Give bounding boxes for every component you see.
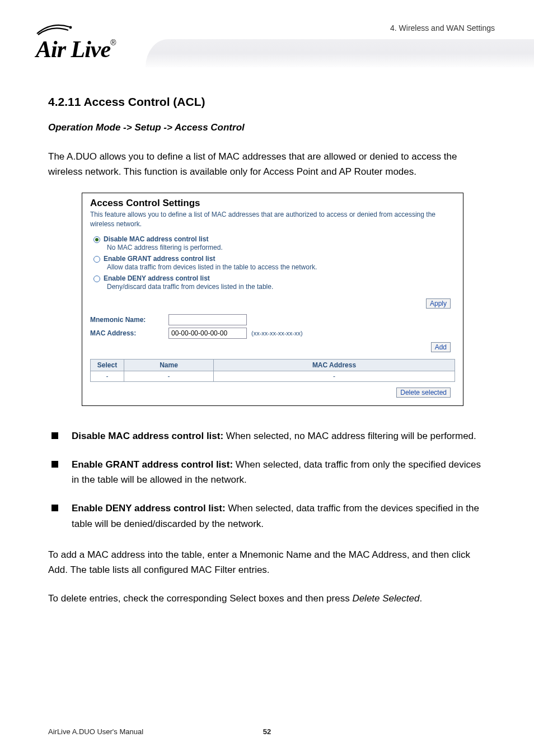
bullet-bold: Disable MAC address control list:	[72, 431, 223, 441]
col-name: Name	[124, 359, 214, 371]
delete-selected-term: Delete Selected	[352, 593, 419, 604]
brand-logo: Air Live®	[36, 20, 116, 63]
radio-enable-grant[interactable]: Enable GRANT address control list	[90, 255, 455, 263]
panel-title: Access Control Settings	[90, 198, 455, 209]
list-item: Disable MAC address control list: When s…	[48, 428, 486, 444]
cell-mac: -	[214, 371, 455, 381]
radio-sublabel: No MAC address filtering is performed.	[107, 244, 455, 251]
square-bullet-icon	[51, 461, 58, 468]
page-header: Air Live® 4. Wireless and WAN Settings	[0, 0, 534, 73]
radio-label: Disable MAC address control list	[104, 235, 208, 243]
delete-selected-button[interactable]: Delete selected	[396, 388, 451, 398]
radio-label: Enable GRANT address control list	[104, 255, 215, 263]
square-bullet-icon	[51, 432, 58, 439]
mnemonic-name-input[interactable]	[168, 314, 247, 325]
mac-table: Select Name MAC Address - - -	[90, 359, 455, 382]
radio-sublabel: Allow data traffic from devices listed i…	[107, 263, 455, 271]
bullet-bold: Enable GRANT address control list:	[72, 459, 233, 470]
radio-sublabel: Deny/discard data traffic from devices l…	[107, 283, 455, 291]
post-paragraph-2: To delete entries, check the correspondi…	[48, 591, 486, 606]
add-button[interactable]: Add	[431, 342, 451, 352]
section-heading: 4.2.11 Access Control (ACL)	[48, 95, 486, 109]
chapter-label: 4. Wireless and WAN Settings	[390, 24, 495, 32]
cell-name: -	[124, 371, 214, 381]
list-item: Enable DENY address control list: When s…	[48, 501, 486, 531]
page-content: 4.2.11 Access Control (ACL) Operation Mo…	[0, 73, 534, 606]
radio-label: Enable DENY address control list	[104, 274, 210, 282]
header-banner	[146, 39, 534, 67]
access-control-panel: Access Control Settings This feature all…	[82, 193, 463, 405]
manual-title: AirLive A.DUO User's Manual	[48, 727, 143, 736]
mac-format-hint: (xx-xx-xx-xx-xx-xx)	[251, 330, 303, 337]
col-mac: MAC Address	[214, 359, 455, 371]
radio-icon	[93, 256, 100, 263]
bullet-bold: Enable DENY address control list:	[72, 503, 226, 514]
radio-disable-mac[interactable]: Disable MAC address control list	[90, 235, 455, 243]
radio-enable-deny[interactable]: Enable DENY address control list	[90, 274, 455, 282]
page-number: 52	[263, 727, 271, 736]
bullet-list: Disable MAC address control list: When s…	[48, 428, 486, 531]
square-bullet-icon	[51, 505, 58, 511]
col-select: Select	[91, 359, 124, 371]
page-footer: AirLive A.DUO User's Manual 52	[48, 727, 486, 736]
breadcrumb: Operation Mode -> Setup -> Access Contro…	[48, 122, 486, 133]
apply-button[interactable]: Apply	[426, 298, 451, 309]
logo-text: Air Live	[36, 36, 110, 62]
post-paragraph-1: To add a MAC address into the table, ent…	[48, 547, 486, 577]
logo-arcs-icon	[36, 20, 75, 36]
bullet-text: When selected, no MAC address filtering …	[223, 431, 476, 441]
mac-address-label: MAC Address:	[90, 329, 168, 337]
table-row[interactable]: - - -	[91, 371, 455, 381]
mnemonic-name-label: Mnemonic Name:	[90, 316, 168, 324]
cell-select: -	[91, 371, 124, 381]
radio-icon	[93, 236, 100, 243]
radio-icon	[93, 276, 100, 282]
svg-point-0	[69, 26, 72, 29]
panel-description: This feature allows you to define a list…	[90, 210, 455, 228]
logo-registered-icon: ®	[110, 38, 116, 47]
mac-address-input[interactable]	[168, 328, 247, 339]
intro-paragraph: The A.DUO allows you to define a list of…	[48, 149, 486, 179]
list-item: Enable GRANT address control list: When …	[48, 457, 486, 487]
